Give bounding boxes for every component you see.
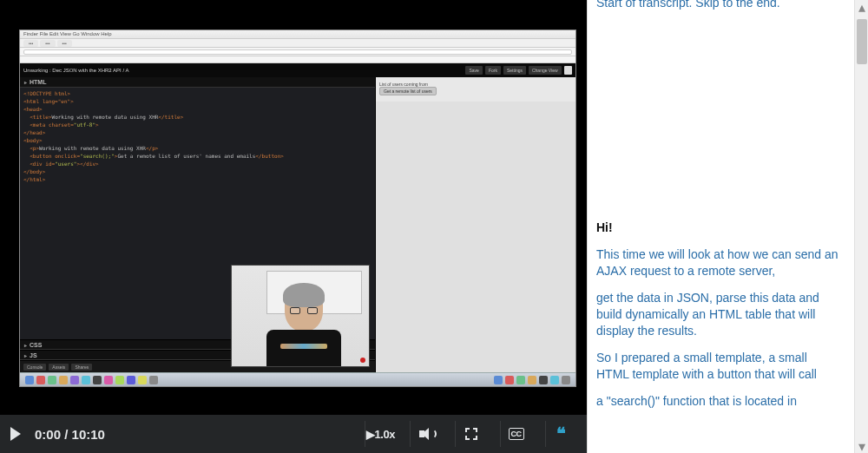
volume-button[interactable]: [410, 421, 441, 447]
volume-icon: [419, 428, 433, 440]
screencast: Finder File Edit View Go Window Help •••…: [19, 30, 576, 387]
record-indicator-icon: [360, 358, 365, 363]
assets-tab: Assets: [49, 364, 69, 371]
webcam-pip: [231, 265, 370, 367]
save-button: Save: [465, 66, 482, 75]
mac-dock: [20, 372, 575, 386]
fullscreen-icon: [465, 428, 477, 440]
scroll-down-button[interactable]: ▾: [855, 439, 868, 453]
console-tab: Console: [23, 364, 46, 371]
scrollbar-thumb[interactable]: [857, 19, 867, 64]
browser-tabs: ••• ••• •••: [20, 39, 575, 48]
current-time: 0:00: [35, 427, 61, 442]
settings-button: Settings: [503, 66, 526, 75]
transcript-panel: Start of transcript. Skip to the end. Hi…: [587, 0, 868, 453]
presenter: [266, 288, 341, 367]
panel-html: HTML: [20, 77, 375, 88]
transcript-toggle-button[interactable]: ❝: [545, 421, 576, 447]
pen-title: Unworking : Dec JSON with the XHR2 API /…: [23, 68, 128, 73]
browser-urlbar-row: [20, 48, 575, 56]
transcript-line[interactable]: get the data in JSON, parse this data an…: [596, 290, 840, 339]
speed-button[interactable]: ▶ 1.0x: [365, 421, 396, 447]
fork-button: Fork: [485, 66, 501, 75]
browser-tab: •••: [57, 40, 72, 47]
profile-chip: [564, 66, 572, 75]
transcript-line[interactable]: This time we will look at how we can sen…: [596, 246, 840, 279]
cc-icon: CC: [509, 428, 524, 440]
preview-pane: List of users coming from Get a remote l…: [376, 77, 575, 372]
video-column: Finder File Edit View Go Window Help •••…: [0, 0, 587, 453]
transcript-skip-link[interactable]: Start of transcript. Skip to the end.: [596, 0, 840, 10]
quote-icon: ❝: [556, 430, 566, 438]
change-view-button: Change View: [529, 66, 562, 75]
transcript-line-active[interactable]: Hi!: [596, 220, 840, 236]
scrollbar[interactable]: ▴ ▾: [854, 0, 868, 453]
video-controls: 0:00 / 10:10 ▶ 1.0x CC ❝: [0, 415, 587, 453]
editor-column: HTML <!DOCTYPE html> <html lang="en"> <h…: [20, 77, 376, 372]
fullscreen-button[interactable]: [455, 421, 486, 447]
shares-tab: Shares: [71, 364, 92, 371]
video-frame[interactable]: Finder File Edit View Go Window Help •••…: [0, 0, 587, 415]
browser-tab: •••: [23, 40, 38, 47]
transcript-line[interactable]: So I prepared a small template, a small …: [596, 350, 840, 383]
preview-button: Get a remote list of users: [379, 87, 437, 95]
scroll-up-button[interactable]: ▴: [855, 0, 868, 14]
browser-urlbar: [23, 49, 572, 55]
codepen-toolbar: Unworking : Dec JSON with the XHR2 API /…: [20, 63, 575, 77]
browser-bookmarks: [20, 56, 575, 63]
duration: 10:10: [72, 427, 105, 442]
mac-menubar: Finder File Edit View Go Window Help: [20, 30, 575, 39]
transcript-line[interactable]: a "search()" function that is located in: [596, 393, 840, 410]
transcript-body: Hi! This time we will look at how we can…: [596, 220, 840, 410]
codepen-app: Unworking : Dec JSON with the XHR2 API /…: [20, 63, 575, 372]
browser-tab: •••: [40, 40, 55, 47]
time-display: 0:00 / 10:10: [35, 427, 105, 442]
captions-button[interactable]: CC: [500, 421, 531, 447]
play-button[interactable]: [10, 427, 21, 441]
